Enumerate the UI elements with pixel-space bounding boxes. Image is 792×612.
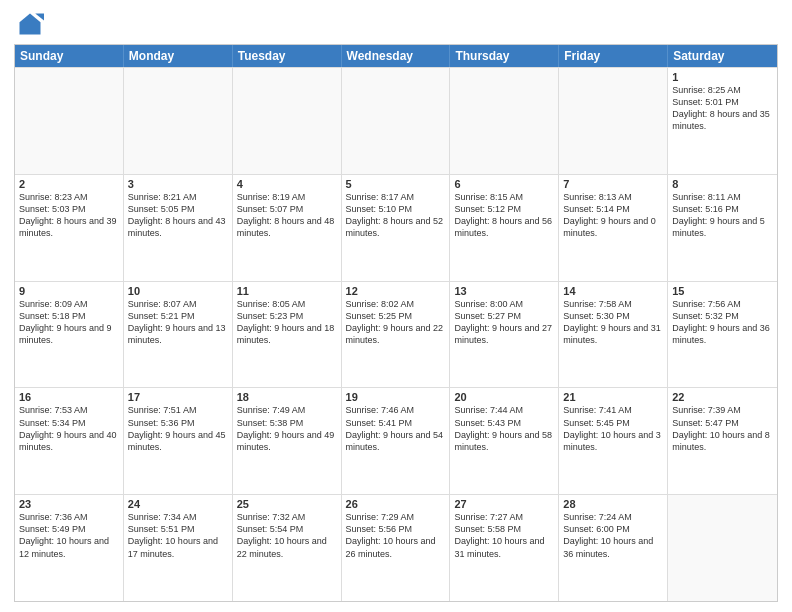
cell-info: Sunrise: 7:36 AM Sunset: 5:49 PM Dayligh… [19, 511, 119, 560]
cal-cell: 7Sunrise: 8:13 AM Sunset: 5:14 PM Daylig… [559, 175, 668, 281]
cell-info: Sunrise: 7:56 AM Sunset: 5:32 PM Dayligh… [672, 298, 773, 347]
cal-cell: 10Sunrise: 8:07 AM Sunset: 5:21 PM Dayli… [124, 282, 233, 388]
cell-info: Sunrise: 8:09 AM Sunset: 5:18 PM Dayligh… [19, 298, 119, 347]
cal-cell: 26Sunrise: 7:29 AM Sunset: 5:56 PM Dayli… [342, 495, 451, 601]
cal-cell: 3Sunrise: 8:21 AM Sunset: 5:05 PM Daylig… [124, 175, 233, 281]
col-header-saturday: Saturday [668, 45, 777, 67]
day-number: 17 [128, 391, 228, 403]
cell-info: Sunrise: 7:58 AM Sunset: 5:30 PM Dayligh… [563, 298, 663, 347]
day-number: 1 [672, 71, 773, 83]
app-container: SundayMondayTuesdayWednesdayThursdayFrid… [0, 0, 792, 612]
cal-cell [124, 68, 233, 174]
day-number: 10 [128, 285, 228, 297]
cell-info: Sunrise: 8:07 AM Sunset: 5:21 PM Dayligh… [128, 298, 228, 347]
cell-info: Sunrise: 8:05 AM Sunset: 5:23 PM Dayligh… [237, 298, 337, 347]
day-number: 20 [454, 391, 554, 403]
day-number: 5 [346, 178, 446, 190]
week-row-2: 9Sunrise: 8:09 AM Sunset: 5:18 PM Daylig… [15, 281, 777, 388]
cell-info: Sunrise: 7:27 AM Sunset: 5:58 PM Dayligh… [454, 511, 554, 560]
cell-info: Sunrise: 7:39 AM Sunset: 5:47 PM Dayligh… [672, 404, 773, 453]
logo [14, 10, 44, 38]
cell-info: Sunrise: 7:49 AM Sunset: 5:38 PM Dayligh… [237, 404, 337, 453]
cal-cell: 17Sunrise: 7:51 AM Sunset: 5:36 PM Dayli… [124, 388, 233, 494]
cal-cell: 12Sunrise: 8:02 AM Sunset: 5:25 PM Dayli… [342, 282, 451, 388]
cell-info: Sunrise: 7:53 AM Sunset: 5:34 PM Dayligh… [19, 404, 119, 453]
cell-info: Sunrise: 7:32 AM Sunset: 5:54 PM Dayligh… [237, 511, 337, 560]
cell-info: Sunrise: 8:19 AM Sunset: 5:07 PM Dayligh… [237, 191, 337, 240]
col-header-friday: Friday [559, 45, 668, 67]
calendar-body: 1Sunrise: 8:25 AM Sunset: 5:01 PM Daylig… [15, 67, 777, 601]
cal-cell: 28Sunrise: 7:24 AM Sunset: 6:00 PM Dayli… [559, 495, 668, 601]
cell-info: Sunrise: 8:23 AM Sunset: 5:03 PM Dayligh… [19, 191, 119, 240]
day-number: 21 [563, 391, 663, 403]
cell-info: Sunrise: 7:34 AM Sunset: 5:51 PM Dayligh… [128, 511, 228, 560]
cal-cell [233, 68, 342, 174]
day-number: 24 [128, 498, 228, 510]
day-number: 13 [454, 285, 554, 297]
header [14, 10, 778, 38]
cell-info: Sunrise: 7:41 AM Sunset: 5:45 PM Dayligh… [563, 404, 663, 453]
cal-cell: 25Sunrise: 7:32 AM Sunset: 5:54 PM Dayli… [233, 495, 342, 601]
cal-cell: 6Sunrise: 8:15 AM Sunset: 5:12 PM Daylig… [450, 175, 559, 281]
cal-cell: 5Sunrise: 8:17 AM Sunset: 5:10 PM Daylig… [342, 175, 451, 281]
cal-cell: 15Sunrise: 7:56 AM Sunset: 5:32 PM Dayli… [668, 282, 777, 388]
day-number: 11 [237, 285, 337, 297]
week-row-1: 2Sunrise: 8:23 AM Sunset: 5:03 PM Daylig… [15, 174, 777, 281]
cal-cell: 27Sunrise: 7:27 AM Sunset: 5:58 PM Dayli… [450, 495, 559, 601]
day-number: 22 [672, 391, 773, 403]
cal-cell: 2Sunrise: 8:23 AM Sunset: 5:03 PM Daylig… [15, 175, 124, 281]
cell-info: Sunrise: 8:11 AM Sunset: 5:16 PM Dayligh… [672, 191, 773, 240]
day-number: 27 [454, 498, 554, 510]
day-number: 16 [19, 391, 119, 403]
cal-cell: 19Sunrise: 7:46 AM Sunset: 5:41 PM Dayli… [342, 388, 451, 494]
cal-cell [668, 495, 777, 601]
cal-cell: 11Sunrise: 8:05 AM Sunset: 5:23 PM Dayli… [233, 282, 342, 388]
day-number: 23 [19, 498, 119, 510]
day-number: 4 [237, 178, 337, 190]
col-header-tuesday: Tuesday [233, 45, 342, 67]
day-number: 25 [237, 498, 337, 510]
cal-cell: 23Sunrise: 7:36 AM Sunset: 5:49 PM Dayli… [15, 495, 124, 601]
cal-cell: 8Sunrise: 8:11 AM Sunset: 5:16 PM Daylig… [668, 175, 777, 281]
cal-cell: 16Sunrise: 7:53 AM Sunset: 5:34 PM Dayli… [15, 388, 124, 494]
day-number: 2 [19, 178, 119, 190]
cell-info: Sunrise: 7:46 AM Sunset: 5:41 PM Dayligh… [346, 404, 446, 453]
day-number: 3 [128, 178, 228, 190]
cal-cell [15, 68, 124, 174]
day-number: 26 [346, 498, 446, 510]
calendar-header-row: SundayMondayTuesdayWednesdayThursdayFrid… [15, 45, 777, 67]
cal-cell: 18Sunrise: 7:49 AM Sunset: 5:38 PM Dayli… [233, 388, 342, 494]
cal-cell: 1Sunrise: 8:25 AM Sunset: 5:01 PM Daylig… [668, 68, 777, 174]
cal-cell [450, 68, 559, 174]
col-header-thursday: Thursday [450, 45, 559, 67]
col-header-sunday: Sunday [15, 45, 124, 67]
day-number: 14 [563, 285, 663, 297]
cal-cell [342, 68, 451, 174]
cal-cell: 4Sunrise: 8:19 AM Sunset: 5:07 PM Daylig… [233, 175, 342, 281]
cell-info: Sunrise: 8:17 AM Sunset: 5:10 PM Dayligh… [346, 191, 446, 240]
cal-cell: 14Sunrise: 7:58 AM Sunset: 5:30 PM Dayli… [559, 282, 668, 388]
day-number: 28 [563, 498, 663, 510]
week-row-0: 1Sunrise: 8:25 AM Sunset: 5:01 PM Daylig… [15, 67, 777, 174]
day-number: 19 [346, 391, 446, 403]
day-number: 8 [672, 178, 773, 190]
cal-cell: 21Sunrise: 7:41 AM Sunset: 5:45 PM Dayli… [559, 388, 668, 494]
col-header-monday: Monday [124, 45, 233, 67]
cell-info: Sunrise: 8:21 AM Sunset: 5:05 PM Dayligh… [128, 191, 228, 240]
cell-info: Sunrise: 7:51 AM Sunset: 5:36 PM Dayligh… [128, 404, 228, 453]
day-number: 15 [672, 285, 773, 297]
cell-info: Sunrise: 8:15 AM Sunset: 5:12 PM Dayligh… [454, 191, 554, 240]
cal-cell: 20Sunrise: 7:44 AM Sunset: 5:43 PM Dayli… [450, 388, 559, 494]
logo-icon [16, 10, 44, 38]
day-number: 12 [346, 285, 446, 297]
cal-cell: 22Sunrise: 7:39 AM Sunset: 5:47 PM Dayli… [668, 388, 777, 494]
day-number: 9 [19, 285, 119, 297]
cell-info: Sunrise: 7:44 AM Sunset: 5:43 PM Dayligh… [454, 404, 554, 453]
svg-marker-0 [20, 14, 41, 35]
day-number: 7 [563, 178, 663, 190]
week-row-3: 16Sunrise: 7:53 AM Sunset: 5:34 PM Dayli… [15, 387, 777, 494]
col-header-wednesday: Wednesday [342, 45, 451, 67]
cal-cell: 24Sunrise: 7:34 AM Sunset: 5:51 PM Dayli… [124, 495, 233, 601]
cal-cell: 13Sunrise: 8:00 AM Sunset: 5:27 PM Dayli… [450, 282, 559, 388]
week-row-4: 23Sunrise: 7:36 AM Sunset: 5:49 PM Dayli… [15, 494, 777, 601]
